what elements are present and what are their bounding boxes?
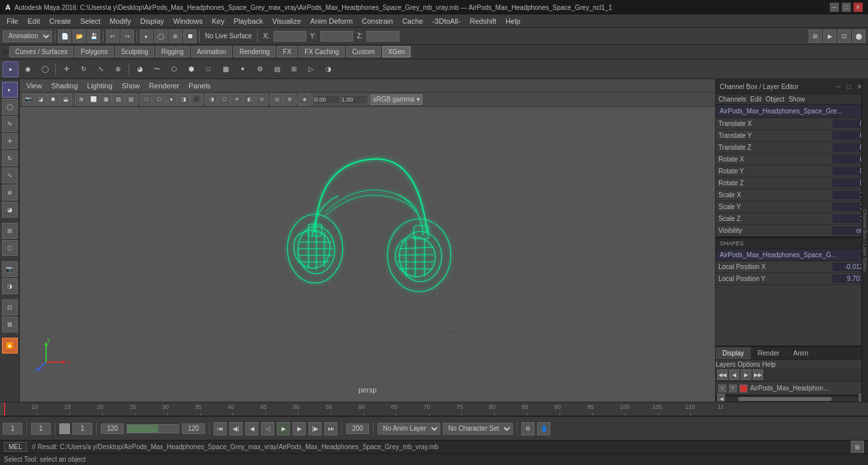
z-input[interactable]: [366, 31, 399, 42]
frame-num-input[interactable]: [72, 423, 92, 435]
joint-button[interactable]: ✦: [235, 61, 250, 77]
module-btn-fx[interactable]: FX: [277, 46, 297, 57]
scale-x-row[interactable]: Scale X 1: [716, 189, 868, 201]
cb-scrollbar[interactable]: ◀ ▶: [716, 395, 868, 402]
visibility-row[interactable]: Visibility on: [716, 225, 868, 237]
resolution-btn[interactable]: ▦: [100, 94, 112, 106]
vp-view-menu[interactable]: View: [22, 80, 46, 91]
current-frame-input[interactable]: [3, 423, 22, 435]
module-btn-polygons[interactable]: Polygons: [74, 46, 113, 57]
move-tool-button[interactable]: ✛: [59, 61, 74, 77]
scale-tool-button[interactable]: ⤡: [93, 61, 109, 77]
char-settings-button[interactable]: 👤: [537, 422, 550, 435]
scale-z-row[interactable]: Scale Z 1: [716, 213, 868, 225]
close-button[interactable]: ✕: [854, 3, 863, 12]
open-button[interactable]: 📂: [72, 30, 86, 43]
skip-start-button[interactable]: ⏮: [214, 422, 227, 435]
help-menu[interactable]: Help: [763, 361, 776, 368]
hide-lt-button[interactable]: ⊠: [2, 317, 18, 332]
flat-btn[interactable]: ◨: [178, 94, 190, 106]
show-lt-button[interactable]: ⊡: [2, 299, 18, 315]
layer-nav-left-left-button[interactable]: ◀◀: [717, 369, 728, 380]
menu-item-modify[interactable]: Modify: [105, 16, 134, 26]
channels-menu[interactable]: Channels: [718, 96, 746, 103]
cb-max-button[interactable]: □: [844, 82, 854, 91]
paint-lt-button[interactable]: ✎: [2, 116, 18, 132]
module-btn-animation[interactable]: Animation: [191, 46, 232, 57]
nav-lt-button[interactable]: 🔼: [2, 338, 18, 354]
prev-key-button[interactable]: ◀|: [229, 422, 243, 435]
menu-item-key[interactable]: Key: [208, 16, 228, 26]
ao-btn[interactable]: ⊙: [256, 94, 268, 106]
vp-panels-menu[interactable]: Panels: [185, 80, 215, 91]
module-btn-custom[interactable]: Custom: [346, 46, 380, 57]
poly-button[interactable]: □: [200, 61, 216, 77]
character-set-select[interactable]: No Character Set: [443, 423, 513, 435]
play-forward-button[interactable]: ▶: [277, 422, 290, 435]
menu-item-file[interactable]: File: [3, 16, 22, 26]
cv-button[interactable]: ⬡: [166, 61, 182, 77]
menu-item--3dtoall-[interactable]: -3DtoAll-: [428, 16, 465, 26]
scale-lt-button[interactable]: ⤡: [2, 168, 18, 183]
vp-lighting-menu[interactable]: Lighting: [83, 80, 117, 91]
anim-tab[interactable]: Anim: [787, 347, 816, 359]
bounding-btn[interactable]: ⬛: [190, 94, 202, 106]
local-pos-x-row[interactable]: Local Position X -0.012: [716, 261, 868, 273]
options-menu[interactable]: Options: [738, 361, 760, 368]
menu-item-cache[interactable]: Cache: [398, 16, 427, 26]
vp-renderer-menu[interactable]: Renderer: [145, 80, 183, 91]
prev-frame-button[interactable]: ◀: [245, 422, 258, 435]
menu-item-constrain[interactable]: Constrain: [358, 16, 397, 26]
layer-nav-right-right-button[interactable]: ▶▶: [753, 369, 763, 380]
module-btn-curves-surfaces[interactable]: Curves / Surfaces: [9, 46, 73, 57]
camera-lt-button[interactable]: 📷: [2, 261, 18, 277]
vp-shading-menu[interactable]: Shading: [47, 80, 82, 91]
cam-wire-btn[interactable]: ⬓: [60, 94, 72, 106]
minimize-button[interactable]: ─: [830, 3, 839, 12]
next-frame-button[interactable]: ▶: [293, 422, 306, 435]
script-editor-button[interactable]: ⊞: [851, 441, 864, 454]
display-tab[interactable]: Display: [716, 347, 751, 359]
range-max-input[interactable]: [346, 423, 369, 434]
menu-item-redshift[interactable]: Redshift: [466, 16, 500, 26]
show-menu[interactable]: Show: [788, 96, 805, 103]
local-pos-y-row[interactable]: Local Position Y 9.707: [716, 273, 868, 285]
scroll-thumb[interactable]: [738, 397, 832, 401]
render-all-button[interactable]: ⊡: [838, 30, 851, 43]
layer-color-swatch[interactable]: [739, 385, 747, 392]
module-btn-sculpting[interactable]: Sculpting: [115, 46, 154, 57]
translate-x-row[interactable]: Translate X 0: [716, 118, 868, 130]
vp-show-menu[interactable]: Show: [118, 80, 144, 91]
cam-val2-input[interactable]: [341, 95, 367, 104]
menu-item-edit[interactable]: Edit: [24, 16, 44, 26]
menu-item-visualize[interactable]: Visualize: [268, 16, 305, 26]
menu-item-windows[interactable]: Windows: [169, 16, 207, 26]
maximize-button[interactable]: □: [842, 3, 851, 12]
transform-button[interactable]: ⊕: [169, 30, 182, 43]
lasso-lt-button[interactable]: ◯: [2, 99, 18, 115]
safe-btn[interactable]: ▨: [125, 94, 137, 106]
module-btn-rendering[interactable]: Rendering: [233, 46, 275, 57]
layer-visibility-toggle[interactable]: V: [718, 385, 726, 392]
select-lt-button[interactable]: ▸: [2, 82, 18, 98]
x-input[interactable]: [274, 31, 306, 42]
script-mode-label[interactable]: MEL: [4, 442, 27, 452]
hud-btn[interactable]: ⬜: [88, 94, 100, 106]
redo-button[interactable]: ↪: [121, 30, 134, 43]
rotate-z-row[interactable]: Rotate Z 0: [716, 177, 868, 189]
rotate-lt-button[interactable]: ↻: [2, 150, 18, 166]
anim-layer-select[interactable]: No Anim Layer: [378, 423, 440, 435]
render-settings-button[interactable]: ⊞: [809, 30, 822, 43]
menu-item-display[interactable]: Display: [136, 16, 168, 26]
layers-menu[interactable]: Layers: [716, 361, 736, 368]
layer-item[interactable]: V P AirPods_Max_Headphon...: [716, 382, 868, 395]
subd-button[interactable]: ▩: [217, 61, 233, 77]
scroll-track[interactable]: [725, 397, 859, 401]
wire-btn[interactable]: □: [140, 94, 152, 106]
menu-item-playback[interactable]: Playback: [229, 16, 267, 26]
module-btn-fx-caching[interactable]: FX Caching: [299, 46, 345, 57]
play-back-button[interactable]: ◁: [261, 422, 274, 435]
light-btn[interactable]: ☀: [231, 94, 243, 106]
texture-btn[interactable]: ⬡: [218, 94, 230, 106]
menu-item-anim-deform[interactable]: Anim Deform: [306, 16, 357, 26]
